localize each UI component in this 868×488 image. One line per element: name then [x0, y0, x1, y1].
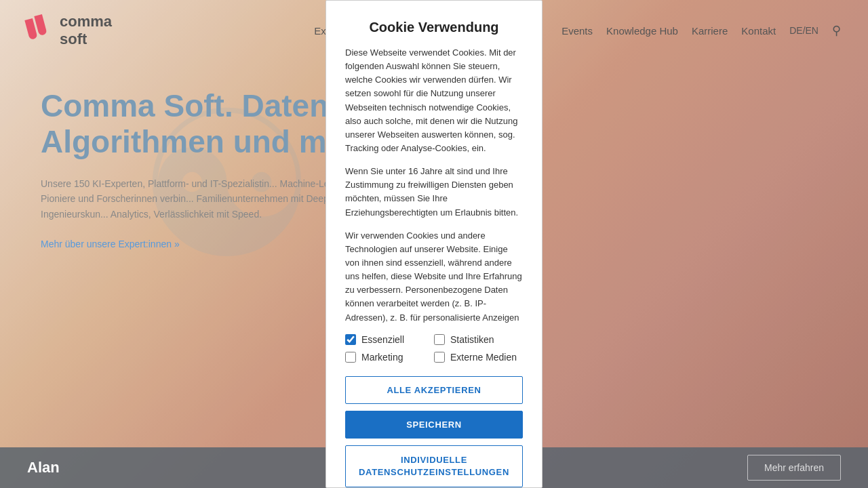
logo-mark — [27, 14, 52, 47]
bottom-name: Alan — [27, 459, 60, 476]
checkbox-label-statistiken: Statistiken — [450, 334, 494, 345]
hero-section: Comma Soft. Daten. Algorithmen und me Un… — [41, 88, 366, 250]
checkbox-label-marketing: Marketing — [361, 352, 403, 363]
nav-item-kontakt[interactable]: Kontakt — [741, 25, 776, 37]
hero-link[interactable]: Mehr über unsere Expert:innen » — [41, 239, 180, 249]
nav-right: Events Knowledge Hub Karriere Kontakt DE… — [561, 23, 841, 38]
nav-item-knowledge[interactable]: Knowledge Hub — [606, 25, 678, 37]
checkbox-marketing[interactable] — [345, 352, 356, 363]
lang-switcher[interactable]: DE/EN — [789, 25, 818, 36]
checkbox-label-externe: Externe Medien — [450, 352, 517, 363]
checkbox-statistiken[interactable] — [434, 334, 445, 345]
nav-item-events[interactable]: Events — [561, 25, 593, 37]
checkbox-row-statistiken: Statistiken — [434, 334, 523, 345]
checkbox-externe-medien[interactable] — [434, 352, 445, 363]
hero-title: Comma Soft. Daten. Algorithmen und me — [41, 88, 366, 160]
checkbox-row-marketing: Marketing — [345, 352, 434, 363]
cookie-paragraph-1: Diese Webseite verwendet Cookies. Mit de… — [345, 46, 523, 155]
cookie-modal: Cookie Verwendung Diese Webseite verwend… — [326, 0, 542, 488]
cookie-paragraph-3: Wir verwenden Cookies und andere Technol… — [345, 229, 523, 325]
speichern-button[interactable]: SPEICHERN — [345, 411, 523, 439]
alle-akzeptieren-button[interactable]: ALLE AKZEPTIEREN — [345, 376, 523, 404]
checkbox-label-essenziell: Essenziell — [361, 334, 404, 345]
checkbox-row-essenziell: Essenziell — [345, 334, 434, 345]
logo-text: comma soft — [60, 13, 112, 49]
logo[interactable]: comma soft — [27, 13, 112, 49]
cookie-modal-title: Cookie Verwendung — [345, 20, 523, 35]
checkbox-row-externe: Externe Medien — [434, 352, 523, 363]
search-icon[interactable]: ⚲ — [832, 23, 841, 38]
nav-item-karriere[interactable]: Karriere — [692, 25, 728, 37]
hero-subtitle: Unsere 150 KI-Experten, Plattform- und I… — [41, 176, 366, 222]
individuelle-datenschutz-button[interactable]: INDIVIDUELLE DATENSCHUTZEINSTELLUNGEN — [345, 445, 523, 487]
mehr-erfahren-button[interactable]: Mehr erfahren — [747, 455, 841, 481]
checkbox-essenziell[interactable] — [345, 334, 356, 345]
cookie-paragraph-2: Wenn Sie unter 16 Jahre alt sind und Ihr… — [345, 165, 523, 220]
cookie-checkboxes: Essenziell Statistiken Marketing Externe… — [345, 334, 523, 363]
